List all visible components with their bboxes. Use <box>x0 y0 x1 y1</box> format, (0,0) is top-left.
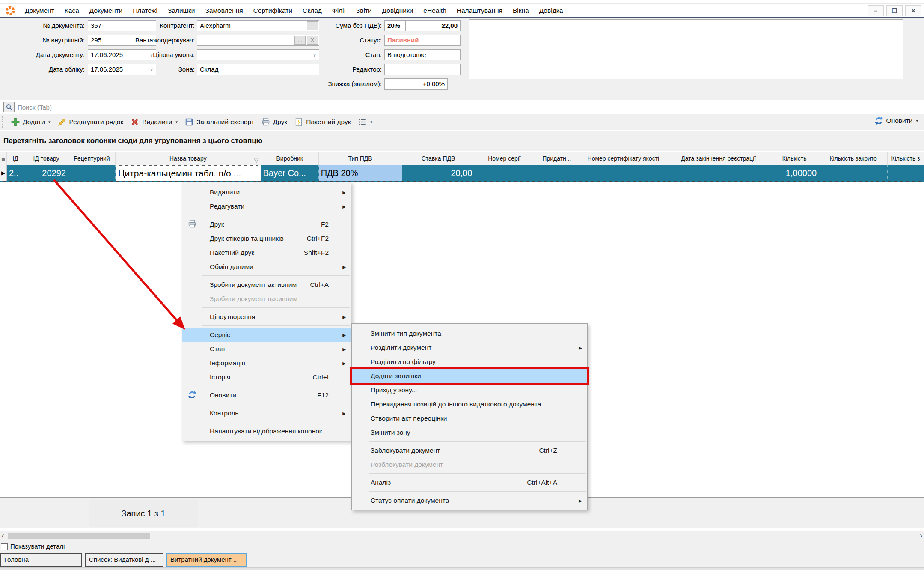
cell-reg-expiry[interactable] <box>667 165 770 181</box>
column-header-тип-пдв[interactable]: Тип ПДВ <box>319 152 402 165</box>
submenu-item-змінити-тип-документа[interactable]: Змінити тип документа <box>352 326 587 340</box>
dropdown-arrow-icon[interactable]: ▾ <box>916 119 918 123</box>
toolbar-drag-handle[interactable] <box>2 116 5 128</box>
notes-box[interactable] <box>469 19 903 79</box>
close-button[interactable]: ✕ <box>905 5 921 16</box>
submenu-item-створити-акт-переоцінки[interactable]: Створити акт переоцінки <box>352 411 587 425</box>
menubar-item-сертифікати[interactable]: Сертифікати <box>248 4 297 17</box>
scrollbar-thumb[interactable] <box>8 533 150 539</box>
scroll-left-icon[interactable]: ‹ <box>2 531 4 540</box>
cell-quantity-closed[interactable] <box>819 165 888 181</box>
context-menu-item-ціноутворення[interactable]: Ціноутворення▶ <box>182 310 351 324</box>
menubar-item-замовлення[interactable]: Замовлення <box>200 4 248 17</box>
submenu-item-розділити-документ[interactable]: Розділити документ▶ <box>352 340 587 355</box>
menubar-item-склад[interactable]: Склад <box>297 4 327 17</box>
cell-manufacturer[interactable]: Bayer Co... <box>261 165 319 181</box>
submenu-item-заблокувати-документ[interactable]: Заблокувати документCtrl+Z <box>352 443 587 457</box>
dropdown-arrow-icon[interactable]: ▾ <box>371 120 373 124</box>
context-menu-item-оновити[interactable]: ОновитиF12 <box>182 388 351 402</box>
context-menu-item-друк-стікерів-та-цінників[interactable]: Друк стікерів та цінниківCtrl+F2 <box>182 231 351 245</box>
row-indicator[interactable]: ▶ <box>0 165 7 181</box>
cell-vat-rate[interactable]: 20,00 <box>402 165 475 181</box>
column-header-кількість-з[interactable]: Кількість з <box>888 152 924 165</box>
cell-vat-type[interactable]: ПДВ 20% <box>319 165 402 181</box>
context-menu-item-пакетний-друк[interactable]: Пакетний друкShift+F2 <box>182 245 351 260</box>
minimize-button[interactable]: – <box>868 5 884 16</box>
context-menu-item-інформація[interactable]: Інформація▶ <box>182 356 351 370</box>
cell-quantity[interactable]: 1,00000 <box>770 165 819 181</box>
submenu-item-перекидання-позицій-до-іншого-видаткового-документа[interactable]: Перекидання позицій до іншого видатковог… <box>352 397 587 411</box>
column-header-ід-товару[interactable]: ІД товару <box>24 152 68 165</box>
column-header-дата-закінчення-реєстрації[interactable]: Дата закінчення реєстрації <box>667 152 770 165</box>
submenu-item-аналіз[interactable]: АналізCtrl+Alt+A <box>352 475 587 489</box>
column-header-рецептурний[interactable]: Рецептурний <box>68 152 116 165</box>
редагувати-рядок-button[interactable]: Редагувати рядок <box>54 116 127 128</box>
cell-id[interactable]: 2.. <box>7 165 24 181</box>
submenu-item-прихід-у-зону[interactable]: Прихід у зону... <box>352 383 587 397</box>
column-header-кількість-закрито[interactable]: Кількість закрито <box>819 152 888 165</box>
column-header-indicator[interactable]: ≣ <box>0 152 7 165</box>
refresh-button[interactable]: Оновити▾ <box>874 116 918 125</box>
cell-product-name[interactable]: Цитра-кальцемин табл. п/о ... <box>116 165 261 181</box>
dropdown-arrow-icon[interactable]: ▾ <box>48 120 51 124</box>
загальний-експорт-button[interactable]: Загальний експорт <box>181 116 258 128</box>
видалити-button[interactable]: Видалити▾ <box>127 116 181 128</box>
column-header-ід[interactable]: ІД <box>7 152 24 165</box>
context-menu-item-редагувати[interactable]: Редагувати▶ <box>182 199 351 213</box>
bottom-tab-витратний-документ[interactable]: Витратний документ .. <box>166 553 247 567</box>
column-header-номер-серії[interactable]: Номер серії <box>475 152 535 165</box>
filter-funnel-icon[interactable] <box>253 156 259 165</box>
menubar-item-документи[interactable]: Документи <box>84 4 128 17</box>
horizontal-scrollbar[interactable]: ‹ › <box>0 531 924 541</box>
bottom-tab-головна[interactable]: Головна <box>0 553 82 567</box>
menubar-item-залишки[interactable]: Залишки <box>163 4 200 17</box>
menubar-item-довідники[interactable]: Довідники <box>377 4 419 17</box>
menubar-item-звіти[interactable]: Звіти <box>351 4 377 17</box>
menubar-item-довідка[interactable]: Довідка <box>534 4 568 17</box>
group-by-panel[interactable]: Перетягніть заголовок колонки сюди для у… <box>0 131 924 151</box>
context-menu-item-контроль[interactable]: Контроль▶ <box>182 406 351 420</box>
context-menu-item-друк[interactable]: ДрукF2 <box>182 217 351 231</box>
context-menu-item-видалити[interactable]: Видалити▶ <box>182 185 351 199</box>
cell-series[interactable] <box>475 165 535 181</box>
column-header-виробник[interactable]: Виробник <box>261 152 319 165</box>
grid-data-row[interactable]: ▶2..20292Цитра-кальцемин табл. п/о ...Ba… <box>0 165 924 182</box>
context-menu-item-стан[interactable]: Стан▶ <box>182 342 351 356</box>
cell-product-id[interactable]: 20292 <box>24 165 68 181</box>
context-menu-item-обмін-даними[interactable]: Обмін даними▶ <box>182 260 351 274</box>
list-button[interactable]: ▾ <box>354 116 376 128</box>
show-details-checkbox[interactable] <box>1 543 8 550</box>
scroll-right-icon[interactable]: › <box>920 531 922 540</box>
cell-prescription[interactable] <box>68 165 116 181</box>
menubar-item-філії[interactable]: Філії <box>327 4 351 17</box>
пакетний-друк-button[interactable]: Пакетний друк <box>291 116 354 128</box>
search-input[interactable]: Поиск (Tab) <box>15 104 52 111</box>
column-header-придатн[interactable]: Придатн... <box>534 152 579 165</box>
column-header-ставка-пдв[interactable]: Ставка ПДВ <box>402 152 475 165</box>
submenu-item-змінити-зону[interactable]: Змінити зону <box>352 425 587 439</box>
context-menu-item-налаштувати-відображення-колонок[interactable]: Налаштувати відображення колонок <box>182 424 351 438</box>
menubar-item-вікна[interactable]: Вікна <box>508 4 534 17</box>
discount-field[interactable]: +0,00% <box>384 78 448 90</box>
menubar-item-каса[interactable]: Каса <box>59 4 84 17</box>
submenu-item-додати-залишки[interactable]: Додати залишки <box>352 369 587 383</box>
cell-certificate[interactable] <box>579 165 667 181</box>
друк-button[interactable]: Друк <box>258 116 291 128</box>
search-bar[interactable]: Поиск (Tab) <box>3 101 921 113</box>
context-menu-item-історія[interactable]: ІсторіяCtrl+I <box>182 370 351 384</box>
menubar-item-документ[interactable]: Документ <box>20 4 59 17</box>
cell-validity[interactable] <box>534 165 579 181</box>
menubar-item-платежі[interactable]: Платежі <box>128 4 163 17</box>
bottom-tab-список-видаткові-д[interactable]: Список: Видаткові д ... <box>85 553 163 567</box>
menubar-item-ehealth[interactable]: eHealth <box>418 4 451 17</box>
column-header-номер-сертифікату-якості[interactable]: Номер сертифікату якості <box>579 152 667 165</box>
submenu-item-статус-оплати-документа[interactable]: Статус оплати документа▶ <box>352 493 587 507</box>
додати-button[interactable]: Додати▾ <box>7 116 54 128</box>
column-header-кількість[interactable]: Кількість <box>770 152 819 165</box>
context-menu-item-зробити-документ-активним[interactable]: Зробити документ активнимCtrl+A <box>182 278 351 292</box>
dropdown-arrow-icon[interactable]: ▾ <box>175 120 178 124</box>
cell-quantity-extra[interactable] <box>888 165 924 181</box>
submenu-item-розділити-по-фільтру[interactable]: Розділити по фільтру <box>352 355 587 369</box>
menubar-item-налаштування[interactable]: Налаштування <box>452 4 508 17</box>
restore-button[interactable]: ❐ <box>886 5 903 16</box>
